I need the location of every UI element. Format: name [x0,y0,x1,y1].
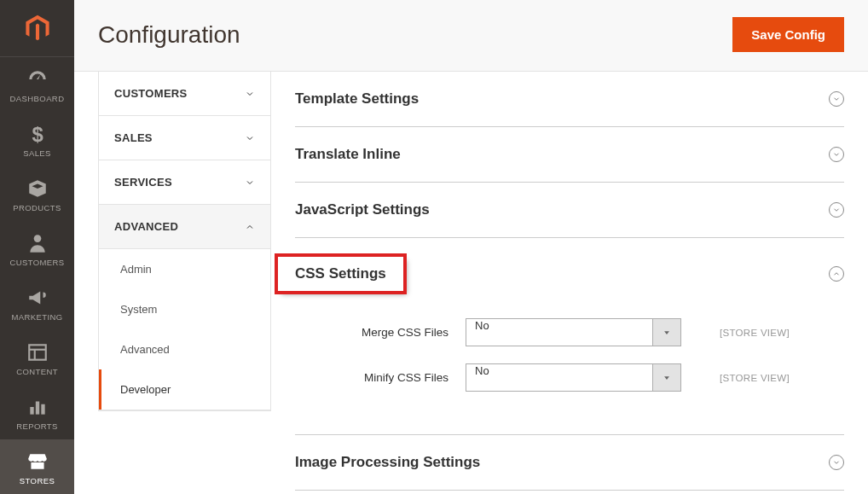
field-label: Minify CSS Files [295,371,466,384]
group-toggle[interactable]: CSS Settings [295,238,844,310]
group-static-files-settings: Static Files Settings [295,491,844,494]
save-config-button[interactable]: Save Config [732,17,844,52]
expand-down-icon [829,91,844,107]
svg-rect-6 [35,402,38,415]
page-header: Configuration Save Config [74,0,868,72]
store-icon [26,450,49,473]
nav-customers[interactable]: CUSTOMERS [0,221,74,276]
chevron-down-icon [245,177,255,188]
nav-label: DASHBOARD [10,94,65,103]
nav-label: PRODUCTS [13,203,61,212]
megaphone-icon [26,287,49,309]
group-css-settings: CSS Settings Merge CSS Files No [STORE V… [295,238,844,435]
cfg-section-sales[interactable]: SALES [99,116,270,160]
svg-marker-9 [664,376,669,380]
cfg-section-services[interactable]: SERVICES [99,160,270,205]
cfg-sub-admin[interactable]: Admin [99,249,270,289]
admin-nav: DASHBOARD $ SALES PRODUCTS CUSTOMERS MAR… [0,0,74,494]
collapse-up-icon [829,266,844,282]
merge-css-select[interactable]: No [466,318,653,346]
dashboard-icon [26,68,49,90]
nav-label: STORES [20,476,55,485]
nav-products[interactable]: PRODUCTS [0,166,74,221]
nav-reports[interactable]: REPORTS [0,385,74,439]
svg-rect-5 [30,407,33,415]
nav-marketing[interactable]: MARKETING [0,276,74,330]
nav-label: MARKETING [11,312,62,322]
cfg-section-advanced[interactable]: ADVANCED Admin System Advanced Developer [99,205,270,410]
nav-dashboard[interactable]: DASHBOARD [0,57,74,112]
chevron-down-icon [245,133,255,143]
content-icon [26,341,49,363]
group-template-settings: Template Settings [295,72,844,127]
box-icon [26,177,49,200]
cfg-section-label: SALES [114,131,153,144]
config-sidebar: CUSTOMERS SALES SERVICES [98,72,271,411]
page-title: Configuration [98,21,240,49]
svg-rect-7 [41,404,44,415]
dollar-icon: $ [26,123,49,145]
chevron-up-icon [245,222,255,232]
group-toggle[interactable]: Static Files Settings [295,491,844,494]
expand-down-icon [829,202,844,218]
group-title: Translate Inline [295,146,401,163]
svg-marker-8 [664,331,669,334]
nav-label: CONTENT [16,367,58,376]
group-title: Image Processing Settings [295,454,480,471]
group-title: CSS Settings [278,257,403,291]
nav-label: SALES [23,148,51,158]
group-translate-inline: Translate Inline [295,127,844,183]
group-title: Template Settings [295,90,419,108]
nav-content[interactable]: CONTENT [0,330,74,385]
svg-point-1 [33,235,41,242]
settings-panel: Template Settings Translate Inline JavaS… [271,72,868,494]
group-toggle[interactable]: Template Settings [295,72,844,126]
group-toggle[interactable]: Translate Inline [295,127,844,182]
group-image-processing-settings: Image Processing Settings [295,435,844,491]
chevron-down-icon [245,89,255,99]
cfg-sub-system[interactable]: System [99,289,270,329]
dropdown-button[interactable] [653,318,681,346]
group-toggle[interactable]: Image Processing Settings [295,435,844,490]
cfg-section-label: CUSTOMERS [114,87,188,100]
nav-sales[interactable]: $ SALES [0,112,74,166]
field-scope: [STORE VIEW] [720,373,790,383]
nav-label: CUSTOMERS [9,258,64,267]
field-scope: [STORE VIEW] [720,328,790,338]
expand-down-icon [829,147,844,162]
group-title: JavaScript Settings [295,201,430,218]
person-icon [26,232,49,254]
field-label: Merge CSS Files [295,326,466,339]
svg-rect-2 [29,345,46,359]
nav-label: REPORTS [16,421,58,431]
group-javascript-settings: JavaScript Settings [295,183,844,238]
field-merge-css: Merge CSS Files No [STORE VIEW] [295,318,844,346]
bars-icon [26,396,49,418]
expand-down-icon [829,455,844,470]
field-minify-css: Minify CSS Files No [STORE VIEW] [295,363,844,392]
cfg-section-customers[interactable]: CUSTOMERS [99,72,270,116]
minify-css-select[interactable]: No [466,363,653,392]
cfg-sub-developer[interactable]: Developer [99,369,270,410]
nav-stores[interactable]: STORES [0,439,74,494]
cfg-section-label: ADVANCED [114,220,178,233]
cfg-sub-advanced[interactable]: Advanced [99,329,270,369]
cfg-section-label: SERVICES [114,176,172,189]
svg-text:$: $ [32,123,43,145]
magento-logo[interactable] [0,0,74,57]
dropdown-button[interactable] [653,363,681,392]
group-toggle[interactable]: JavaScript Settings [295,183,844,237]
